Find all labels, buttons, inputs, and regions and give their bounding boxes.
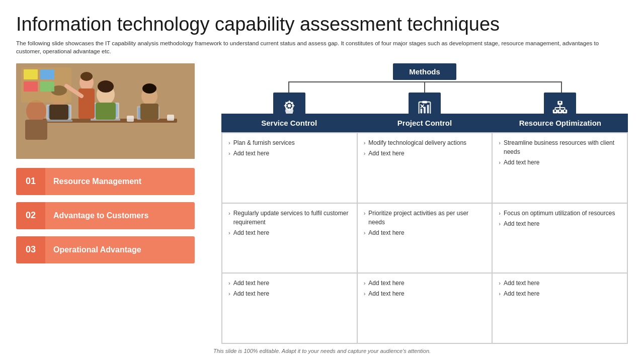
bullet-2-1-1: ›Add text here <box>364 289 486 298</box>
methods-label: Methods <box>393 63 456 80</box>
project-control-header: Project Control <box>357 114 492 132</box>
bullet-text: Plan & furnish services <box>233 138 295 147</box>
bullet-text: Focus on optimum utilization of resource… <box>504 209 615 218</box>
grid-cell-0-2: ›Streamline business resources with clie… <box>492 133 627 203</box>
grid-cell-1-2: ›Focus on optimum utilization of resourc… <box>492 203 627 274</box>
bullet-text: Streamline business resources with clien… <box>504 138 621 156</box>
bullet-text: Add text here <box>504 219 539 228</box>
category-label-2: Operational Advantage <box>45 236 195 263</box>
svg-rect-3 <box>45 120 72 122</box>
category-label-1: Advantage to Customers <box>45 202 195 229</box>
bullet-arrow: › <box>364 279 366 288</box>
svg-rect-20 <box>25 120 47 140</box>
bullet-arrow: › <box>499 279 501 288</box>
bullet-arrow: › <box>364 149 366 158</box>
bullet-text: Add text here <box>504 158 539 167</box>
bullet-text: Add text here <box>368 289 404 298</box>
bullet-text: Add text here <box>233 279 269 288</box>
team-image <box>16 63 195 159</box>
category-num-0: 01 <box>16 168 45 195</box>
bullet-2-2-1: ›Add text here <box>499 289 621 298</box>
bullet-arrow: › <box>228 209 230 218</box>
svg-rect-31 <box>167 115 174 121</box>
bullet-text: Add text here <box>368 228 404 237</box>
grid-cell-0-0: ›Plan & furnish services›Add text here <box>222 133 357 203</box>
svg-point-58 <box>554 110 556 112</box>
bullet-2-1-0: ›Add text here <box>364 279 486 288</box>
category-item-1: 02 Advantage to Customers <box>16 202 195 229</box>
resource-opt-header: Resource Optimization <box>493 114 628 132</box>
grid-table: ›Plan & furnish services›Add text here›M… <box>221 132 628 344</box>
bullet-text: Add text here <box>233 289 269 298</box>
bullet-arrow: › <box>228 279 230 288</box>
bullet-arrow: › <box>499 139 501 147</box>
page-title: Information technology capability assess… <box>16 14 628 35</box>
footer-text: This slide is 100% editable. Adapt it to… <box>16 348 628 354</box>
bullet-text: Modify technological delivery actions <box>368 138 466 147</box>
bullet-0-2-0: ›Streamline business resources with clie… <box>499 138 621 156</box>
bullet-arrow: › <box>364 290 366 298</box>
bullet-arrow: › <box>499 209 501 218</box>
svg-rect-43 <box>422 101 427 104</box>
bullet-arrow: › <box>228 229 230 237</box>
left-panel: 01 Resource Management 02 Advantage to C… <box>16 63 212 344</box>
bullet-arrow: › <box>228 149 230 158</box>
bullet-1-1-0: ›Prioritize project activities as per us… <box>364 209 486 227</box>
svg-rect-17 <box>140 104 158 120</box>
grid-cell-1-0: ›Regularly update services to fulfil cus… <box>222 203 357 274</box>
svg-point-59 <box>559 110 561 112</box>
bullet-text: Prioritize project activities as per use… <box>368 209 486 227</box>
bullet-0-1-1: ›Add text here <box>364 149 486 158</box>
bullet-arrow: › <box>228 139 230 147</box>
svg-point-33 <box>287 104 291 108</box>
bullet-0-2-1: ›Add text here <box>499 158 621 167</box>
svg-point-19 <box>26 100 46 122</box>
bullet-arrow: › <box>364 229 366 237</box>
svg-rect-22 <box>24 69 38 79</box>
grid-cell-2-0: ›Add text here›Add text here <box>222 273 357 343</box>
category-label-0: Resource Management <box>45 168 195 195</box>
bullet-0-0-1: ›Add text here <box>228 149 351 158</box>
svg-rect-27 <box>78 88 95 119</box>
bullet-1-2-1: ›Add text here <box>499 219 621 228</box>
svg-rect-14 <box>96 103 116 120</box>
bullet-0-0-0: ›Plan & furnish services <box>228 138 351 147</box>
svg-rect-30 <box>127 116 134 122</box>
category-num-2: 03 <box>16 236 45 263</box>
bullet-arrow: › <box>228 290 230 298</box>
service-control-header: Service Control <box>221 114 357 132</box>
subtitle-text: The following slide showcases the IT cap… <box>16 39 620 55</box>
bullet-1-0-1: ›Add text here <box>228 228 351 237</box>
bullet-1-0-0: ›Regularly update services to fulfil cus… <box>228 209 351 227</box>
grid-cell-0-1: ›Modify technological delivery actions›A… <box>357 133 493 203</box>
bullet-arrow: › <box>499 290 501 298</box>
bullet-text: Add text here <box>504 289 539 298</box>
right-panel: Methods <box>212 63 628 344</box>
bullet-arrow: › <box>499 220 501 228</box>
bullet-arrow: › <box>364 139 366 147</box>
svg-point-18 <box>142 83 156 94</box>
bullet-2-0-0: ›Add text here <box>228 279 351 288</box>
grid-cell-2-2: ›Add text here›Add text here <box>492 273 627 343</box>
grid-cell-1-1: ›Prioritize project activities as per us… <box>357 203 493 274</box>
svg-point-15 <box>98 80 114 93</box>
col-headers-text-row: Service Control Project Control Resource… <box>221 114 628 132</box>
bullet-2-0-1: ›Add text here <box>228 289 351 298</box>
bullet-arrow: › <box>364 209 366 218</box>
bullet-text: Add text here <box>233 228 269 237</box>
svg-rect-46 <box>427 105 429 113</box>
category-num-1: 02 <box>16 202 45 229</box>
svg-rect-44 <box>420 109 422 114</box>
svg-rect-24 <box>24 81 38 92</box>
bullet-2-2-0: ›Add text here <box>499 279 621 288</box>
methods-header-area: Methods <box>221 63 628 114</box>
bullet-arrow: › <box>499 158 501 167</box>
category-item-0: 01 Resource Management <box>16 168 195 195</box>
bullet-1-1-1: ›Add text here <box>364 228 486 237</box>
svg-point-60 <box>564 110 566 112</box>
bullet-text: Add text here <box>368 149 404 158</box>
grid-cell-2-1: ›Add text here›Add text here <box>357 273 493 343</box>
bullet-0-1-0: ›Modify technological delivery actions <box>364 138 486 147</box>
category-list: 01 Resource Management 02 Advantage to C… <box>16 168 212 270</box>
bullet-text: Add text here <box>504 279 539 288</box>
